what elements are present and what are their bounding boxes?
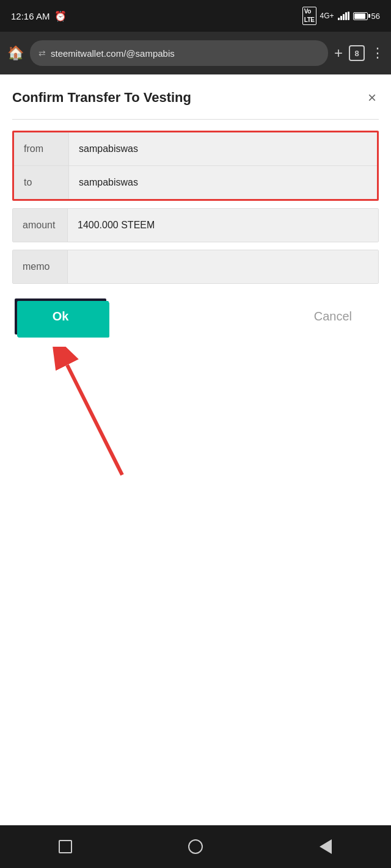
from-label: from — [14, 132, 69, 165]
battery-icon — [353, 12, 368, 20]
main-content: Confirm Transfer To Vesting × from sampa… — [0, 74, 391, 825]
nav-circle-button[interactable] — [182, 833, 209, 860]
to-field-row: to sampabiswas — [14, 166, 377, 199]
battery-fill — [354, 13, 365, 19]
arrow-annotation — [49, 347, 171, 481]
dialog: Confirm Transfer To Vesting × from sampa… — [0, 74, 391, 505]
memo-value — [68, 250, 378, 283]
signal-bar-3 — [343, 14, 345, 20]
cancel-button[interactable]: Cancel — [290, 298, 376, 335]
status-right: VoLTE 4G+ 56 — [302, 7, 380, 25]
status-time: 12:16 AM — [11, 11, 49, 21]
divider — [12, 119, 379, 120]
address-icon: ⇄ — [38, 48, 46, 58]
amount-value: 1400.000 STEEM — [68, 209, 378, 242]
square-icon — [59, 840, 72, 853]
button-row: Ok Cancel — [12, 298, 379, 335]
nav-back-button[interactable] — [312, 833, 339, 860]
address-bar[interactable]: ⇄ steemitwallet.com/@sampabis — [30, 40, 328, 66]
highlighted-section: from sampabiswas to sampabiswas — [12, 131, 379, 201]
dialog-header: Confirm Transfer To Vesting × — [12, 89, 379, 107]
bottom-nav — [0, 825, 391, 868]
browser-menu-button[interactable]: ⋮ — [371, 45, 384, 61]
ok-button[interactable]: Ok — [15, 298, 106, 335]
browser-actions: + 8 ⋮ — [334, 45, 384, 62]
signal-bar-4 — [345, 12, 347, 20]
amount-label: amount — [13, 209, 68, 242]
signal-bar-2 — [340, 16, 342, 20]
to-label: to — [14, 166, 69, 199]
signal-bar-5 — [348, 12, 349, 20]
dialog-title: Confirm Transfer To Vesting — [12, 89, 191, 107]
nav-square-button[interactable] — [52, 833, 79, 860]
svg-line-1 — [67, 365, 122, 475]
to-value: sampabiswas — [69, 166, 377, 199]
home-icon[interactable]: 🏠 — [7, 45, 24, 61]
amount-field-row: amount 1400.000 STEEM — [12, 208, 379, 242]
memo-field-row: memo — [12, 250, 379, 284]
triangle-icon — [320, 839, 332, 854]
from-value: sampabiswas — [69, 132, 377, 165]
memo-label: memo — [13, 250, 68, 283]
tabs-count[interactable]: 8 — [349, 45, 365, 61]
browser-bar: 🏠 ⇄ steemitwallet.com/@sampabis + 8 ⋮ — [0, 32, 391, 74]
alarm-icon: ⏰ — [54, 10, 67, 22]
battery-level: 56 — [371, 12, 380, 21]
volt-badge: VoLTE — [302, 7, 316, 25]
status-left: 12:16 AM ⏰ — [11, 10, 67, 22]
memo-section: memo — [12, 250, 379, 284]
status-bar: 12:16 AM ⏰ VoLTE 4G+ 56 — [0, 0, 391, 32]
signal-bars — [338, 12, 349, 20]
close-button[interactable]: × — [365, 89, 379, 106]
arrow-container — [12, 341, 379, 487]
signal-bar-1 — [338, 18, 340, 20]
network-label: 4G+ — [320, 12, 334, 20]
amount-section: amount 1400.000 STEEM — [12, 208, 379, 242]
from-field-row: from sampabiswas — [14, 132, 377, 166]
circle-icon — [188, 839, 203, 854]
add-tab-button[interactable]: + — [334, 45, 343, 62]
address-text: steemitwallet.com/@sampabis — [51, 48, 320, 59]
ok-button-wrapper: Ok — [15, 298, 106, 335]
